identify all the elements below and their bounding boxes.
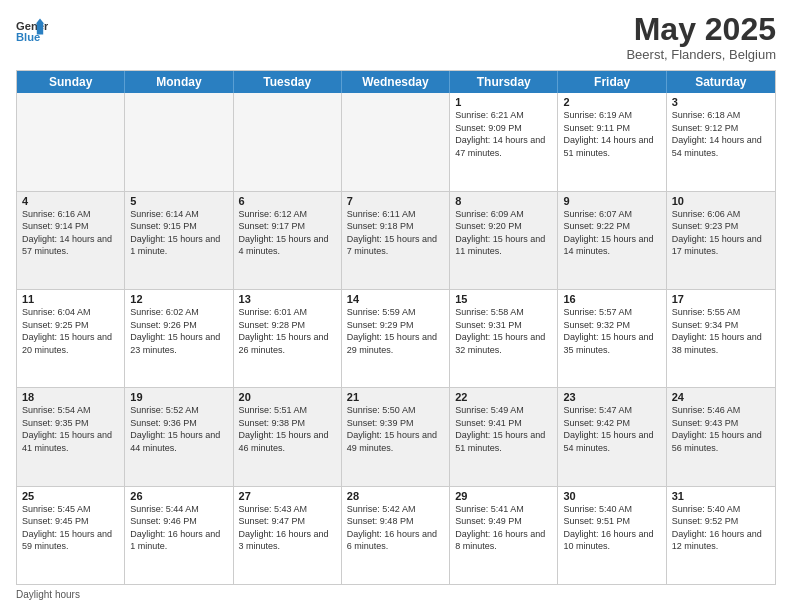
table-row: 13Sunrise: 6:01 AMSunset: 9:28 PMDayligh… (234, 290, 342, 387)
day-number: 2 (563, 96, 660, 108)
table-row: 11Sunrise: 6:04 AMSunset: 9:25 PMDayligh… (17, 290, 125, 387)
table-row: 9Sunrise: 6:07 AMSunset: 9:22 PMDaylight… (558, 192, 666, 289)
table-row: 25Sunrise: 5:45 AMSunset: 9:45 PMDayligh… (17, 487, 125, 584)
day-number: 18 (22, 391, 119, 403)
table-row: 2Sunrise: 6:19 AMSunset: 9:11 PMDaylight… (558, 93, 666, 190)
cell-info: Sunrise: 6:16 AMSunset: 9:14 PMDaylight:… (22, 208, 119, 258)
day-number: 15 (455, 293, 552, 305)
svg-text:Blue: Blue (16, 31, 40, 43)
day-number: 9 (563, 195, 660, 207)
table-row (17, 93, 125, 190)
header-wednesday: Wednesday (342, 71, 450, 93)
cell-info: Sunrise: 5:58 AMSunset: 9:31 PMDaylight:… (455, 306, 552, 356)
logo: General Blue (16, 12, 50, 44)
day-number: 19 (130, 391, 227, 403)
table-row: 20Sunrise: 5:51 AMSunset: 9:38 PMDayligh… (234, 388, 342, 485)
calendar-body: 1Sunrise: 6:21 AMSunset: 9:09 PMDaylight… (17, 93, 775, 584)
week-row-2: 4Sunrise: 6:16 AMSunset: 9:14 PMDaylight… (17, 192, 775, 290)
cell-info: Sunrise: 5:49 AMSunset: 9:41 PMDaylight:… (455, 404, 552, 454)
table-row: 10Sunrise: 6:06 AMSunset: 9:23 PMDayligh… (667, 192, 775, 289)
cell-info: Sunrise: 6:01 AMSunset: 9:28 PMDaylight:… (239, 306, 336, 356)
cell-info: Sunrise: 5:52 AMSunset: 9:36 PMDaylight:… (130, 404, 227, 454)
logo-icon: General Blue (16, 12, 48, 44)
calendar-header: Sunday Monday Tuesday Wednesday Thursday… (17, 71, 775, 93)
day-number: 8 (455, 195, 552, 207)
day-number: 31 (672, 490, 770, 502)
table-row: 1Sunrise: 6:21 AMSunset: 9:09 PMDaylight… (450, 93, 558, 190)
day-number: 26 (130, 490, 227, 502)
header-friday: Friday (558, 71, 666, 93)
cell-info: Sunrise: 5:40 AMSunset: 9:51 PMDaylight:… (563, 503, 660, 553)
week-row-3: 11Sunrise: 6:04 AMSunset: 9:25 PMDayligh… (17, 290, 775, 388)
table-row: 26Sunrise: 5:44 AMSunset: 9:46 PMDayligh… (125, 487, 233, 584)
table-row: 23Sunrise: 5:47 AMSunset: 9:42 PMDayligh… (558, 388, 666, 485)
table-row (234, 93, 342, 190)
table-row: 28Sunrise: 5:42 AMSunset: 9:48 PMDayligh… (342, 487, 450, 584)
table-row: 30Sunrise: 5:40 AMSunset: 9:51 PMDayligh… (558, 487, 666, 584)
cell-info: Sunrise: 5:41 AMSunset: 9:49 PMDaylight:… (455, 503, 552, 553)
week-row-1: 1Sunrise: 6:21 AMSunset: 9:09 PMDaylight… (17, 93, 775, 191)
table-row: 14Sunrise: 5:59 AMSunset: 9:29 PMDayligh… (342, 290, 450, 387)
cell-info: Sunrise: 6:07 AMSunset: 9:22 PMDaylight:… (563, 208, 660, 258)
cell-info: Sunrise: 5:42 AMSunset: 9:48 PMDaylight:… (347, 503, 444, 553)
cell-info: Sunrise: 6:09 AMSunset: 9:20 PMDaylight:… (455, 208, 552, 258)
table-row: 16Sunrise: 5:57 AMSunset: 9:32 PMDayligh… (558, 290, 666, 387)
day-number: 20 (239, 391, 336, 403)
table-row: 18Sunrise: 5:54 AMSunset: 9:35 PMDayligh… (17, 388, 125, 485)
day-number: 12 (130, 293, 227, 305)
day-number: 17 (672, 293, 770, 305)
day-number: 21 (347, 391, 444, 403)
day-number: 22 (455, 391, 552, 403)
day-number: 23 (563, 391, 660, 403)
day-number: 30 (563, 490, 660, 502)
cell-info: Sunrise: 5:59 AMSunset: 9:29 PMDaylight:… (347, 306, 444, 356)
table-row (342, 93, 450, 190)
header-monday: Monday (125, 71, 233, 93)
table-row: 15Sunrise: 5:58 AMSunset: 9:31 PMDayligh… (450, 290, 558, 387)
cell-info: Sunrise: 6:18 AMSunset: 9:12 PMDaylight:… (672, 109, 770, 159)
day-number: 7 (347, 195, 444, 207)
table-row: 8Sunrise: 6:09 AMSunset: 9:20 PMDaylight… (450, 192, 558, 289)
cell-info: Sunrise: 5:45 AMSunset: 9:45 PMDaylight:… (22, 503, 119, 553)
location: Beerst, Flanders, Belgium (626, 47, 776, 62)
cell-info: Sunrise: 5:44 AMSunset: 9:46 PMDaylight:… (130, 503, 227, 553)
page: General Blue May 2025 Beerst, Flanders, … (0, 0, 792, 612)
day-number: 27 (239, 490, 336, 502)
cell-info: Sunrise: 5:40 AMSunset: 9:52 PMDaylight:… (672, 503, 770, 553)
day-number: 28 (347, 490, 444, 502)
cell-info: Sunrise: 5:54 AMSunset: 9:35 PMDaylight:… (22, 404, 119, 454)
table-row: 6Sunrise: 6:12 AMSunset: 9:17 PMDaylight… (234, 192, 342, 289)
table-row: 12Sunrise: 6:02 AMSunset: 9:26 PMDayligh… (125, 290, 233, 387)
cell-info: Sunrise: 5:51 AMSunset: 9:38 PMDaylight:… (239, 404, 336, 454)
day-number: 6 (239, 195, 336, 207)
table-row: 31Sunrise: 5:40 AMSunset: 9:52 PMDayligh… (667, 487, 775, 584)
header: General Blue May 2025 Beerst, Flanders, … (16, 12, 776, 62)
table-row: 27Sunrise: 5:43 AMSunset: 9:47 PMDayligh… (234, 487, 342, 584)
cell-info: Sunrise: 6:12 AMSunset: 9:17 PMDaylight:… (239, 208, 336, 258)
table-row: 29Sunrise: 5:41 AMSunset: 9:49 PMDayligh… (450, 487, 558, 584)
week-row-5: 25Sunrise: 5:45 AMSunset: 9:45 PMDayligh… (17, 487, 775, 584)
day-number: 1 (455, 96, 552, 108)
header-tuesday: Tuesday (234, 71, 342, 93)
table-row: 21Sunrise: 5:50 AMSunset: 9:39 PMDayligh… (342, 388, 450, 485)
day-number: 24 (672, 391, 770, 403)
cell-info: Sunrise: 5:46 AMSunset: 9:43 PMDaylight:… (672, 404, 770, 454)
cell-info: Sunrise: 6:14 AMSunset: 9:15 PMDaylight:… (130, 208, 227, 258)
table-row: 4Sunrise: 6:16 AMSunset: 9:14 PMDaylight… (17, 192, 125, 289)
week-row-4: 18Sunrise: 5:54 AMSunset: 9:35 PMDayligh… (17, 388, 775, 486)
month-title: May 2025 (626, 12, 776, 47)
table-row: 24Sunrise: 5:46 AMSunset: 9:43 PMDayligh… (667, 388, 775, 485)
cell-info: Sunrise: 5:55 AMSunset: 9:34 PMDaylight:… (672, 306, 770, 356)
table-row: 3Sunrise: 6:18 AMSunset: 9:12 PMDaylight… (667, 93, 775, 190)
day-number: 14 (347, 293, 444, 305)
table-row: 7Sunrise: 6:11 AMSunset: 9:18 PMDaylight… (342, 192, 450, 289)
table-row: 22Sunrise: 5:49 AMSunset: 9:41 PMDayligh… (450, 388, 558, 485)
cell-info: Sunrise: 5:47 AMSunset: 9:42 PMDaylight:… (563, 404, 660, 454)
cell-info: Sunrise: 5:50 AMSunset: 9:39 PMDaylight:… (347, 404, 444, 454)
table-row: 5Sunrise: 6:14 AMSunset: 9:15 PMDaylight… (125, 192, 233, 289)
title-area: May 2025 Beerst, Flanders, Belgium (626, 12, 776, 62)
cell-info: Sunrise: 6:02 AMSunset: 9:26 PMDaylight:… (130, 306, 227, 356)
table-row (125, 93, 233, 190)
table-row: 17Sunrise: 5:55 AMSunset: 9:34 PMDayligh… (667, 290, 775, 387)
day-number: 11 (22, 293, 119, 305)
